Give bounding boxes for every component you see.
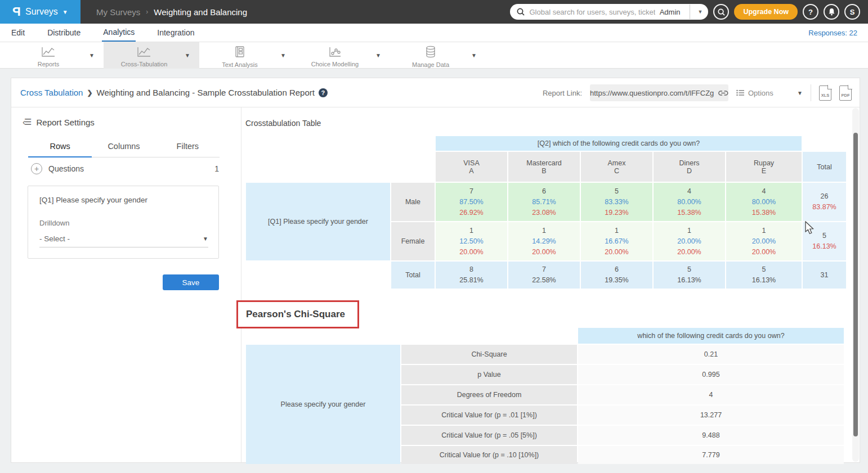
drilldown-select[interactable]: - Select - ▼ bbox=[39, 235, 208, 247]
data-cell: 787.50%26.92% bbox=[436, 183, 507, 221]
breadcrumb-survey-name: Weighting and Balancing bbox=[154, 7, 247, 17]
questions-row: + Questions 1 bbox=[31, 163, 219, 174]
chevron-down-icon[interactable]: ▼ bbox=[280, 52, 295, 58]
product-name: Surveys bbox=[25, 7, 58, 17]
chi-square-section-title: Pearson's Chi-Square bbox=[246, 309, 345, 320]
column-header-total: Total bbox=[803, 152, 846, 182]
export-xls-button[interactable]: XLS bbox=[819, 85, 831, 101]
question-card: [Q1] Please specify your gender Drilldow… bbox=[28, 186, 219, 259]
menu-item-distribute[interactable]: Distribute bbox=[46, 25, 82, 41]
search-input[interactable] bbox=[529, 8, 655, 16]
total-cell: 619.35% bbox=[581, 262, 652, 289]
menu-item-edit[interactable]: Edit bbox=[10, 25, 26, 41]
bell-icon bbox=[828, 8, 835, 16]
stat-value: 0.21 bbox=[578, 345, 844, 364]
grand-total-cell: 31 bbox=[803, 262, 846, 289]
scrollbar-track[interactable] bbox=[852, 108, 859, 462]
stat-label: Chi-Square bbox=[401, 345, 577, 364]
crosstab-table: [Q2] which of the following credit cards… bbox=[245, 135, 847, 290]
stat-label: Critical Value for (p = .01 [1%]) bbox=[401, 406, 577, 425]
toolbar-item-label: Cross-Tabulation bbox=[121, 61, 168, 67]
save-button[interactable]: Save bbox=[163, 274, 219, 290]
toolbar-item-cross-tabulation[interactable]: Cross-Tabulation ▼ bbox=[104, 42, 199, 69]
toolbar-item-text-analysis[interactable]: Text Analysis ▼ bbox=[199, 42, 295, 69]
chevron-down-icon[interactable]: ▼ bbox=[471, 52, 486, 58]
link-icon[interactable] bbox=[718, 90, 728, 96]
breadcrumb-my-surveys[interactable]: My Surveys bbox=[96, 7, 140, 17]
toolbar-item-label: Choice Modelling bbox=[311, 61, 359, 67]
scrollbar-thumb[interactable] bbox=[853, 133, 858, 436]
questions-label: Questions bbox=[48, 164, 84, 173]
toolbar-item-label: Manage Data bbox=[412, 61, 449, 68]
row-total-cell: 516.13% bbox=[803, 222, 846, 260]
data-cell: 114.29%20.00% bbox=[508, 222, 580, 260]
row-total-cell: 2683.87% bbox=[803, 183, 846, 221]
list-icon bbox=[736, 89, 744, 96]
panel-divider bbox=[241, 107, 241, 462]
export-pdf-button[interactable]: PDF bbox=[839, 85, 852, 101]
book-icon bbox=[234, 46, 246, 60]
user-avatar[interactable]: S bbox=[844, 4, 860, 20]
chevron-right-icon: › bbox=[146, 8, 148, 16]
drilldown-selected-value: - Select - bbox=[39, 235, 70, 243]
line-chart-icon bbox=[41, 46, 56, 60]
chevron-down-icon[interactable]: ▼ bbox=[695, 9, 703, 15]
data-cell: 120.00%20.00% bbox=[654, 222, 725, 260]
node-chart-icon bbox=[328, 46, 342, 60]
menu-item-analytics[interactable]: Analytics bbox=[102, 24, 136, 42]
report-link-url[interactable]: https://www.questionpro.com/t/lFFCZg bbox=[590, 89, 714, 97]
column-header-amex: AmexC bbox=[581, 152, 652, 182]
chi-square-heading-annotation: Pearson's Chi-Square bbox=[236, 300, 359, 328]
report-settings-title: Report Settings bbox=[36, 118, 94, 127]
options-dropdown[interactable]: Options ▼ bbox=[736, 89, 803, 97]
total-cell: 825.81% bbox=[436, 262, 507, 289]
question-text: [Q1] Please specify your gender bbox=[39, 196, 147, 204]
column-header-rupay: RupayE bbox=[726, 152, 802, 182]
pdf-icon: PDF bbox=[840, 93, 851, 98]
stat-label: Degrees of Freedom bbox=[401, 385, 577, 404]
window-breadcrumb: My Surveys › Weighting and Balancing bbox=[96, 7, 247, 17]
toolbar-item-manage-data[interactable]: Manage Data ▼ bbox=[390, 42, 486, 69]
chi-row-header: Please specify your gender bbox=[246, 345, 400, 464]
chevron-down-icon: ▼ bbox=[203, 236, 208, 242]
search-submit-button[interactable] bbox=[713, 4, 729, 20]
drilldown-label: Drilldown bbox=[39, 219, 69, 227]
stat-value: 9.488 bbox=[578, 426, 844, 445]
questionpro-logo-icon: P bbox=[12, 6, 21, 18]
chevron-down-icon[interactable]: ▼ bbox=[375, 52, 390, 58]
crosstab-section-title: Crosstabulation Table bbox=[245, 119, 321, 128]
options-label: Options bbox=[748, 89, 773, 97]
search-scope-value[interactable]: Admin bbox=[660, 8, 685, 16]
add-question-button[interactable]: + bbox=[31, 163, 42, 174]
chevron-down-icon[interactable]: ▼ bbox=[89, 52, 104, 58]
help-circle-icon[interactable]: ? bbox=[319, 88, 328, 97]
upgrade-now-button[interactable]: Upgrade Now bbox=[734, 4, 798, 20]
data-cell: 480.00%15.38% bbox=[726, 183, 802, 221]
tab-columns[interactable]: Columns bbox=[92, 137, 155, 157]
search-icon bbox=[517, 8, 525, 16]
cross-tabulation-link[interactable]: Cross Tabulation bbox=[20, 88, 83, 97]
toolbar-item-label: Text Analysis bbox=[222, 61, 258, 68]
responses-count[interactable]: Responses: 22 bbox=[808, 29, 857, 37]
line-chart-icon bbox=[137, 46, 151, 60]
collapse-panel-icon[interactable]: ‹☰ bbox=[23, 117, 30, 127]
stat-label: Critical Value for (p = .05 [5%]) bbox=[401, 426, 577, 445]
tab-rows[interactable]: Rows bbox=[28, 137, 92, 157]
menu-item-integration[interactable]: Integration bbox=[156, 25, 195, 41]
product-switcher[interactable]: P Surveys ▼ bbox=[0, 0, 80, 24]
questions-count: 1 bbox=[214, 164, 219, 173]
column-header-mastercard: MastercardB bbox=[508, 152, 580, 182]
notifications-button[interactable] bbox=[824, 4, 839, 20]
report-link-field[interactable]: https://www.questionpro.com/t/lFFCZg bbox=[590, 84, 728, 101]
survey-menu-bar: Edit Distribute Analytics Integration Re… bbox=[0, 24, 868, 42]
divider bbox=[690, 4, 690, 19]
tab-filters[interactable]: Filters bbox=[156, 137, 220, 157]
toolbar-item-reports[interactable]: Reports ▼ bbox=[8, 42, 104, 69]
help-button[interactable]: ? bbox=[803, 4, 818, 20]
toolbar-item-choice-modelling[interactable]: Choice Modelling ▼ bbox=[294, 42, 390, 69]
total-row-label: Total bbox=[391, 262, 435, 289]
chevron-down-icon[interactable]: ▼ bbox=[185, 52, 199, 58]
data-cell: 116.67%20.00% bbox=[581, 222, 652, 260]
column-header-visa: VISAA bbox=[436, 152, 507, 182]
xls-icon: XLS bbox=[820, 93, 831, 98]
